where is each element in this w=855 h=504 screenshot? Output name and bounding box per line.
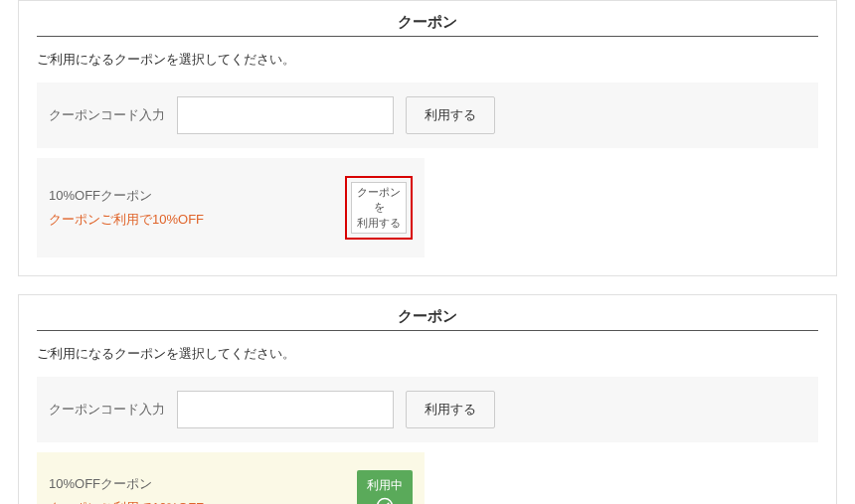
coupon-code-input[interactable] <box>177 96 394 134</box>
svg-point-0 <box>378 499 393 505</box>
coupon-panel-before: クーポン ご利用になるクーポンを選択してください。 クーポンコード入力 利用する… <box>18 0 837 276</box>
coupon-code-input[interactable] <box>177 391 394 428</box>
coupon-description: クーポンご利用で10%OFF <box>49 499 345 504</box>
coupon-instruction: ご利用になるクーポンを選択してください。 <box>37 331 818 377</box>
panel-title-wrap: クーポン <box>37 1 818 37</box>
use-coupon-button[interactable]: クーポンを 利用する <box>351 182 407 234</box>
coupon-code-apply-button[interactable]: 利用する <box>406 96 495 134</box>
check-circle-icon <box>376 497 394 504</box>
coupon-item-applied: 10%OFFクーポン クーポンご利用で10%OFF 利用中 <box>37 452 425 504</box>
coupon-applied-badge[interactable]: 利用中 <box>357 470 413 504</box>
coupon-code-row: クーポンコード入力 利用する <box>37 377 818 442</box>
use-coupon-highlight: クーポンを 利用する <box>345 176 413 240</box>
coupon-item: 10%OFFクーポン クーポンご利用で10%OFF クーポンを 利用する <box>37 158 425 257</box>
coupon-applied-label: 利用中 <box>367 477 403 494</box>
coupon-name: 10%OFFクーポン <box>49 475 345 493</box>
coupon-code-row: クーポンコード入力 利用する <box>37 83 818 148</box>
coupon-instruction: ご利用になるクーポンを選択してください。 <box>37 37 818 83</box>
coupon-code-label: クーポンコード入力 <box>49 401 165 419</box>
panel-title: クーポン <box>398 13 457 30</box>
panel-title-wrap: クーポン <box>37 295 818 331</box>
coupon-item-text: 10%OFFクーポン クーポンご利用で10%OFF <box>49 187 333 229</box>
coupon-description: クーポンご利用で10%OFF <box>49 211 333 229</box>
coupon-code-apply-button[interactable]: 利用する <box>406 391 495 428</box>
coupon-item-text: 10%OFFクーポン クーポンご利用で10%OFF <box>49 475 345 504</box>
coupon-panel-after: クーポン ご利用になるクーポンを選択してください。 クーポンコード入力 利用する… <box>18 294 837 504</box>
coupon-name: 10%OFFクーポン <box>49 187 333 205</box>
panel-title: クーポン <box>398 307 457 324</box>
coupon-code-label: クーポンコード入力 <box>49 106 165 124</box>
